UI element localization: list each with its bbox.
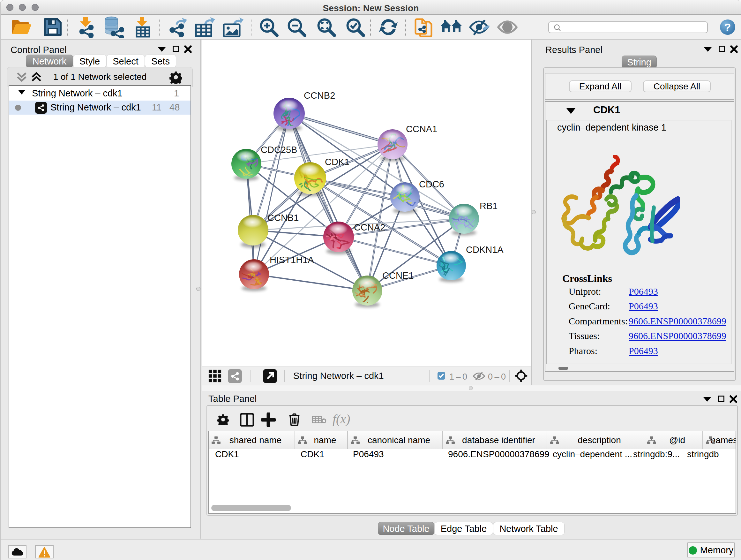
svg-text:CCNB2: CCNB2 <box>304 90 335 101</box>
svg-text:CCNA1: CCNA1 <box>406 124 437 134</box>
svg-text:CDC25B: CDC25B <box>261 145 297 155</box>
svg-text:CDC6: CDC6 <box>419 179 444 189</box>
svg-text:RB1: RB1 <box>480 201 497 211</box>
svg-text:CDKN1A: CDKN1A <box>466 245 503 255</box>
svg-text:CCNB1: CCNB1 <box>267 212 299 223</box>
svg-text:CCNA2: CCNA2 <box>354 222 385 233</box>
svg-text:CCNE1: CCNE1 <box>382 270 414 281</box>
svg-text:CDK1: CDK1 <box>325 157 349 167</box>
svg-text:HIST1H1A: HIST1H1A <box>270 255 314 265</box>
